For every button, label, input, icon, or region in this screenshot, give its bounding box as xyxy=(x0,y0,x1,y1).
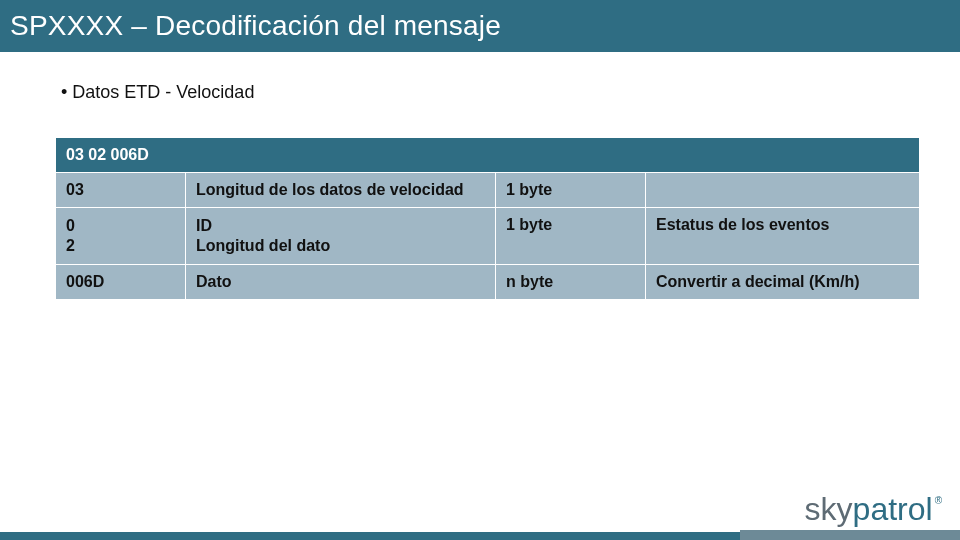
cell-desc: ID Longitud del dato xyxy=(186,208,496,265)
logo-part-sky: sky xyxy=(805,491,853,528)
cell-desc: Longitud de los datos de velocidad xyxy=(186,173,496,208)
title-bar: SPXXXX – Decodificación del mensaje xyxy=(0,0,960,52)
decode-table: 03 02 006D 03 Longitud de los datos de v… xyxy=(55,137,920,300)
cell-size: 1 byte xyxy=(496,208,646,265)
cell-desc: Dato xyxy=(186,265,496,300)
table-row: 006D Dato n byte Convertir a decimal (Km… xyxy=(56,265,920,300)
content-area: Datos ETD - Velocidad 03 02 006D 03 Long… xyxy=(0,52,960,300)
cell-note: Estatus de los eventos xyxy=(646,208,920,265)
cell-code: 0 2 xyxy=(56,208,186,265)
footer-bar xyxy=(0,532,960,540)
bullet-etd-velocidad: Datos ETD - Velocidad xyxy=(61,82,920,103)
cell-size: n byte xyxy=(496,265,646,300)
cell-size: 1 byte xyxy=(496,173,646,208)
cell-note xyxy=(646,173,920,208)
skypatrol-logo: skypatrol® xyxy=(805,491,940,528)
page-title: SPXXXX – Decodificación del mensaje xyxy=(10,10,501,42)
cell-note: Convertir a decimal (Km/h) xyxy=(646,265,920,300)
logo-part-patrol: patrol xyxy=(853,491,933,528)
table-row: 03 Longitud de los datos de velocidad 1 … xyxy=(56,173,920,208)
table-header-row: 03 02 006D xyxy=(56,138,920,173)
table-header: 03 02 006D xyxy=(56,138,920,173)
table-row: 0 2 ID Longitud del dato 1 byte Estatus … xyxy=(56,208,920,265)
footer-logo-area: skypatrol® xyxy=(805,491,940,528)
logo-registered-icon: ® xyxy=(935,495,942,506)
cell-code: 03 xyxy=(56,173,186,208)
cell-code: 006D xyxy=(56,265,186,300)
